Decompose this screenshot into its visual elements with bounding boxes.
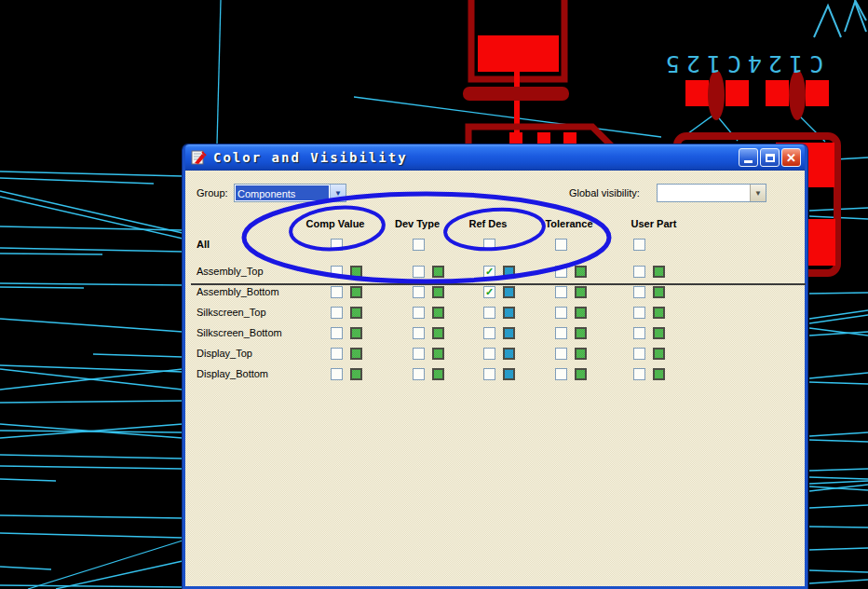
color-swatch[interactable]	[575, 368, 587, 380]
color-swatch[interactable]	[653, 368, 665, 380]
column-header-comp-value: Comp Value	[292, 218, 378, 229]
minimize-icon	[744, 160, 753, 163]
visibility-checkbox[interactable]	[483, 368, 495, 380]
visibility-checkbox[interactable]	[555, 286, 567, 298]
dialog-titlebar[interactable]: Color and Visibility ✕	[185, 144, 805, 171]
visibility-checkbox[interactable]	[633, 327, 645, 339]
row-label: Display_Top	[197, 348, 252, 359]
dialog-app-icon	[191, 150, 207, 165]
dialog-title: Color and Visibility	[213, 150, 408, 165]
visibility-checkbox[interactable]	[483, 348, 495, 360]
close-icon: ✕	[786, 152, 796, 164]
all-checkbox-comp-value[interactable]	[331, 239, 343, 251]
table-row: Assembly_Bottom✓	[185, 286, 805, 301]
visibility-checkbox[interactable]	[413, 307, 425, 319]
column-header-ref-des: Ref Des	[456, 218, 520, 229]
color-swatch[interactable]	[350, 286, 362, 298]
color-swatch[interactable]	[653, 286, 665, 298]
color-swatch[interactable]	[503, 286, 515, 298]
group-label: Group:	[197, 187, 228, 199]
color-swatch[interactable]	[575, 327, 587, 339]
color-swatch[interactable]	[350, 368, 362, 380]
visibility-checkbox[interactable]	[633, 307, 645, 319]
all-checkbox-tolerance[interactable]	[555, 239, 567, 251]
column-header-dev-type: Dev Type	[383, 218, 452, 229]
row-label: Assembly_Bottom	[197, 286, 279, 297]
color-swatch[interactable]	[653, 327, 665, 339]
color-swatch[interactable]	[575, 286, 587, 298]
visibility-checkbox[interactable]	[413, 327, 425, 339]
visibility-checkbox[interactable]	[331, 368, 343, 380]
visibility-checkbox[interactable]	[555, 307, 567, 319]
visibility-checkbox[interactable]	[331, 266, 343, 278]
global-visibility-value	[658, 185, 750, 201]
color-swatch[interactable]	[575, 348, 587, 360]
color-swatch[interactable]	[350, 307, 362, 319]
color-swatch[interactable]	[350, 266, 362, 278]
visibility-checkbox[interactable]	[413, 348, 425, 360]
group-combobox-value: Components	[236, 185, 329, 200]
row-label: Display_Bottom	[197, 368, 268, 379]
visibility-checkbox[interactable]: ✓	[483, 286, 495, 298]
color-swatch[interactable]	[350, 348, 362, 360]
all-checkbox-dev-type[interactable]	[413, 239, 425, 251]
visibility-checkbox[interactable]	[331, 348, 343, 360]
row-label: Silkscreen_Bottom	[197, 327, 282, 338]
global-visibility-label: Global visibility:	[569, 187, 640, 199]
visibility-checkbox[interactable]	[633, 286, 645, 298]
visibility-checkbox[interactable]	[555, 327, 567, 339]
color-swatch[interactable]	[432, 348, 444, 360]
all-checkbox-user-part[interactable]	[633, 239, 645, 251]
column-header-user-part: User Part	[619, 218, 688, 229]
color-swatch[interactable]	[503, 266, 515, 278]
visibility-checkbox[interactable]	[331, 307, 343, 319]
color-swatch[interactable]	[503, 327, 515, 339]
color-swatch[interactable]	[350, 327, 362, 339]
visibility-checkbox[interactable]	[413, 368, 425, 380]
table-row: Assembly_Top✓	[185, 266, 805, 281]
table-row: Silkscreen_Top	[185, 307, 805, 322]
color-swatch[interactable]	[575, 307, 587, 319]
chevron-down-icon[interactable]: ▼	[330, 185, 346, 201]
color-swatch[interactable]	[432, 266, 444, 278]
maximize-icon	[766, 154, 775, 162]
visibility-checkbox[interactable]	[555, 368, 567, 380]
table-row: Silkscreen_Bottom	[185, 327, 805, 342]
color-swatch[interactable]	[503, 368, 515, 380]
chevron-down-icon[interactable]: ▼	[750, 185, 766, 201]
visibility-checkbox[interactable]	[413, 266, 425, 278]
maximize-button[interactable]	[760, 148, 780, 167]
row-label: Assembly_Top	[197, 266, 264, 277]
visibility-checkbox[interactable]: ✓	[483, 266, 495, 278]
color-swatch[interactable]	[653, 348, 665, 360]
visibility-checkbox[interactable]	[483, 327, 495, 339]
all-checkbox-ref-des[interactable]	[483, 239, 495, 251]
color-swatch[interactable]	[432, 286, 444, 298]
table-row: Display_Top	[185, 348, 805, 363]
color-swatch[interactable]	[575, 266, 587, 278]
visibility-checkbox[interactable]	[633, 348, 645, 360]
visibility-checkbox[interactable]	[331, 286, 343, 298]
color-swatch[interactable]	[503, 348, 515, 360]
color-swatch[interactable]	[432, 368, 444, 380]
dialog-body: Group: Components ▼ Global visibility: ▼…	[185, 171, 805, 586]
visibility-checkbox[interactable]	[483, 307, 495, 319]
visibility-checkbox[interactable]	[555, 348, 567, 360]
visibility-checkbox[interactable]	[413, 286, 425, 298]
minimize-button[interactable]	[739, 148, 758, 167]
global-visibility-combobox[interactable]: ▼	[657, 184, 766, 202]
color-swatch[interactable]	[432, 307, 444, 319]
color-swatch[interactable]	[653, 307, 665, 319]
color-swatch[interactable]	[432, 327, 444, 339]
column-header-tolerance: Tolerance	[534, 218, 604, 229]
color-swatch[interactable]	[653, 266, 665, 278]
table-row: Display_Bottom	[185, 368, 805, 383]
group-combobox[interactable]: Components ▼	[234, 184, 346, 202]
visibility-checkbox[interactable]	[331, 327, 343, 339]
visibility-checkbox[interactable]	[555, 266, 567, 278]
visibility-checkbox[interactable]	[633, 368, 645, 380]
close-button[interactable]: ✕	[781, 148, 801, 167]
table-separator	[191, 283, 806, 285]
color-swatch[interactable]	[503, 307, 515, 319]
visibility-checkbox[interactable]	[633, 266, 645, 278]
